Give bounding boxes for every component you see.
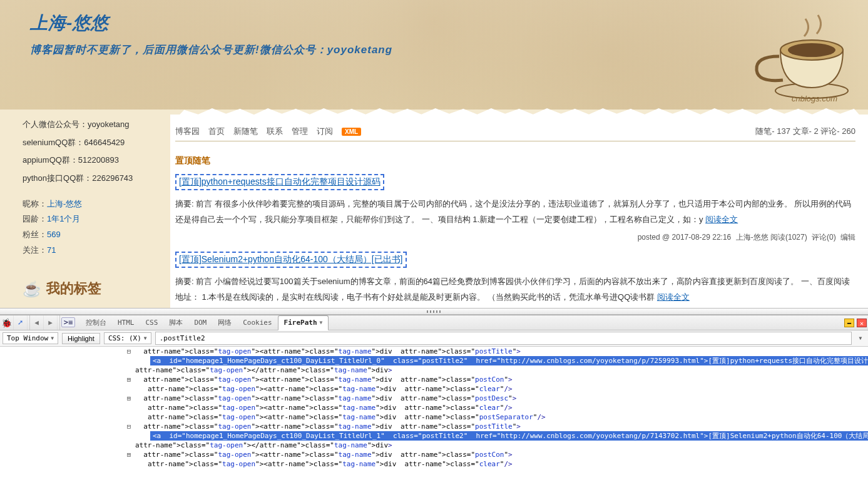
post-summary: 摘要: 前言 有很多小伙伴吵着要完整的项目源码，完整的项目属于公司内部的代码，这…: [175, 197, 855, 227]
tab-script[interactable]: 脚本: [163, 315, 188, 330]
dom-node[interactable]: attr-name">class="tag-open"><attr-name">…: [148, 460, 513, 468]
sidebar-age: 园龄：1年1个月: [23, 212, 159, 227]
dom-node[interactable]: attr-name">class="tag-open"><attr-name">…: [143, 451, 512, 459]
svg-text:cnblogs.com: cnblogs.com: [792, 94, 837, 103]
nickname-link[interactable]: 上海-悠悠: [47, 199, 82, 208]
dom-node[interactable]: attr-name">class="tag-open"><attr-name">…: [148, 413, 546, 421]
sidebar-appium-qq: appiumQQ群：512200893: [23, 153, 159, 168]
main-column: 博客园 首页 新随笔 联系 管理 订阅 XML 随笔- 137 文章- 2 评论…: [170, 115, 868, 308]
tab-css[interactable]: CSS: [140, 315, 164, 330]
dom-node[interactable]: attr-name">class="tag-open"><attr-name">…: [143, 422, 521, 431]
tab-html[interactable]: HTML: [112, 315, 140, 330]
chevron-down-icon: ▼: [144, 335, 147, 341]
highlight-button[interactable]: Highlight: [62, 333, 100, 344]
console-prompt-icon[interactable]: >≡: [61, 317, 75, 327]
firepath-toolbar: Top Window▼ Highlight CSS: (X)▼ ▼: [0, 330, 868, 347]
tab-cookies[interactable]: Cookies: [237, 315, 277, 330]
blog-header: 上海-悠悠 博客园暂时不更新了，后面用微信公众号更新!微信公众号：yoyoket…: [0, 0, 868, 110]
coffee-cup-illustration: cnblogs.com: [718, 6, 855, 103]
nav-bar: 博客园 首页 新随笔 联系 管理 订阅 XML 随笔- 137 文章- 2 评论…: [175, 126, 855, 141]
nav-home[interactable]: 首页: [208, 126, 225, 137]
post-title: [置顶]Selenium2+python自动化64-100（大结局）[已出书]: [175, 252, 407, 268]
firebug-toolbar: 🐞 ➚ ◀ ▶ >≡ 控制台 HTML CSS 脚本 DOM 网络 Cookie…: [0, 315, 868, 330]
follow-link[interactable]: 71: [47, 245, 56, 255]
post-title-link[interactable]: [置顶]python+requests接口自动化完整项目设计源码: [179, 176, 380, 186]
read-more-link[interactable]: 阅读全文: [705, 215, 738, 224]
dom-node[interactable]: attr-name">class="tag-open"><attr-name">…: [143, 375, 512, 384]
age-link[interactable]: 1年1个月: [47, 214, 80, 223]
firebug-panel: 🐞 ➚ ◀ ▶ >≡ 控制台 HTML CSS 脚本 DOM 网络 Cookie…: [0, 315, 868, 472]
comment-link[interactable]: 评论(0): [812, 233, 838, 242]
chevron-down-icon: ▼: [320, 320, 323, 325]
dom-node[interactable]: attr-name">class="tag-open"><attr-name">…: [148, 404, 513, 412]
sidebar-follow: 关注：71: [23, 243, 159, 258]
tab-dom[interactable]: DOM: [188, 315, 212, 330]
sidebar: 个人微信公众号：yoyoketang seleniumQQ群：646645429…: [0, 110, 170, 308]
sidebar-wechat: 个人微信公众号：yoyoketang: [23, 117, 159, 133]
nav-subscribe[interactable]: 订阅: [317, 126, 333, 137]
expand-icon[interactable]: ⊞: [125, 375, 133, 384]
dom-node[interactable]: attr-name">class="tag-open"></attr-name"…: [135, 366, 392, 374]
dom-node[interactable]: attr-name">class="tag-open"></attr-name"…: [135, 441, 392, 449]
post-summary: 摘要: 前言 小编曾经说过要写100篇关于selenium的博客文章，前面的64…: [175, 274, 855, 305]
collapse-icon[interactable]: ⊟: [125, 347, 133, 356]
post-meta: posted @ 2017-08-29 22:16 上海-悠悠 阅读(1027)…: [175, 232, 855, 243]
chevron-down-icon[interactable]: ▼: [855, 335, 865, 341]
tab-net[interactable]: 网络: [212, 315, 237, 330]
dom-node-highlighted[interactable]: <a id="homepage1_HomePageDays_ct100_DayL…: [150, 356, 868, 365]
nav-contact[interactable]: 联系: [267, 126, 283, 137]
close-icon[interactable]: ✕: [857, 319, 867, 327]
svg-point-2: [788, 43, 835, 57]
dom-node[interactable]: attr-name">class="tag-open"><attr-name">…: [143, 394, 516, 402]
author-link[interactable]: 上海-悠悠: [736, 233, 768, 242]
cup-icon: ☕: [23, 275, 41, 304]
selector-type-select[interactable]: CSS: (X)▼: [104, 332, 151, 344]
nav-back-icon[interactable]: ◀: [30, 315, 44, 330]
dom-tree[interactable]: ⊟ attr-name">class="tag-open"><attr-name…: [0, 347, 868, 472]
firebug-icon[interactable]: 🐞: [0, 315, 14, 330]
tags-title: 我的标签: [46, 275, 101, 302]
tab-console[interactable]: 控制台: [80, 315, 112, 330]
pinned-posts-title: 置顶随笔: [175, 155, 855, 166]
post-title: [置顶]python+requests接口自动化完整项目设计源码: [175, 174, 384, 190]
chevron-down-icon: ▼: [51, 335, 54, 341]
expand-icon[interactable]: ⊞: [125, 450, 133, 459]
nav-forward-icon[interactable]: ▶: [44, 315, 58, 330]
sidebar-nickname: 昵称：上海-悠悠: [23, 197, 159, 212]
sidebar-python-qq: python接口QQ群：226296743: [23, 171, 159, 186]
collapse-icon[interactable]: ⊟: [125, 422, 133, 431]
fans-link[interactable]: 569: [47, 230, 61, 239]
read-more-link[interactable]: 阅读全文: [657, 292, 690, 302]
post-title-link[interactable]: [置顶]Selenium2+python自动化64-100（大结局）[已出书]: [179, 254, 403, 264]
inspector-icon[interactable]: ➚: [14, 315, 28, 330]
top-window-select[interactable]: Top Window▼: [3, 332, 58, 344]
selector-input[interactable]: [155, 332, 852, 345]
dom-node[interactable]: attr-name">class="tag-open"><attr-name">…: [148, 385, 513, 393]
sidebar-fans: 粉丝：569: [23, 227, 159, 243]
sidebar-selenium-qq: seleniumQQ群：646645429: [23, 135, 159, 151]
nav-newpost[interactable]: 新随笔: [233, 126, 258, 137]
dom-node-highlighted[interactable]: <a id="homepage1_HomePageDays_ct100_DayL…: [150, 431, 868, 441]
nav-cnblogs[interactable]: 博客园: [175, 126, 200, 137]
expand-icon[interactable]: ⊞: [125, 394, 133, 403]
nav-stats: 随笔- 137 文章- 2 评论- 260: [755, 126, 855, 137]
tab-firepath[interactable]: FirePath▼: [278, 315, 329, 330]
tags-header: ☕ 我的标签: [23, 275, 159, 304]
xml-badge[interactable]: XML: [342, 128, 361, 136]
minimize-icon[interactable]: ━: [844, 319, 854, 327]
nav-admin[interactable]: 管理: [292, 126, 308, 137]
edit-link[interactable]: 编辑: [840, 233, 855, 242]
dom-node[interactable]: attr-name">class="tag-open"><attr-name">…: [143, 347, 521, 355]
browser-content: 上海-悠悠 博客园暂时不更新了，后面用微信公众号更新!微信公众号：yoyoket…: [0, 0, 868, 308]
pane-splitter[interactable]: [0, 308, 868, 315]
